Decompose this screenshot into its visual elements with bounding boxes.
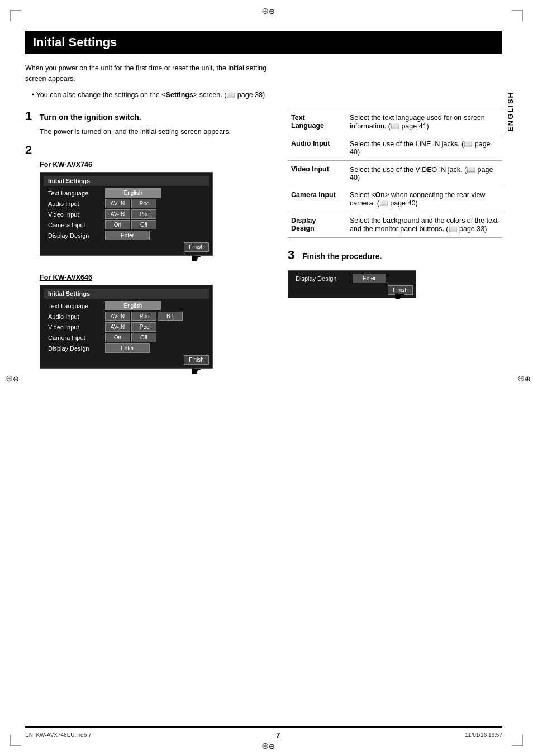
desc-audio: Select the use of the LINE IN jacks. (📖 …	[346, 135, 502, 161]
screen2-btn-enter[interactable]: Enter	[105, 343, 150, 353]
step1-desc: The power is turned on, and the initial …	[40, 127, 252, 137]
step3-title: Finish the procedure.	[302, 252, 382, 261]
screen1-label-display: Display Design	[44, 232, 105, 239]
screen1-btn-off[interactable]: Off	[131, 220, 156, 229]
screen1-label-camera: Camera Input	[44, 222, 105, 228]
screen3-label-display: Display Design	[291, 275, 353, 282]
screen1: Initial Settings Text Language English A…	[40, 172, 213, 256]
bullet-point: You can also change the settings on the …	[32, 90, 289, 101]
footer-right: 11/01/16 16:57	[465, 732, 502, 738]
model2-label: For KW-AVX646	[40, 274, 271, 281]
screen3-wrap: Display Design Enter Finish ☛	[288, 266, 416, 298]
term-audio: Audio Input	[288, 135, 346, 161]
page-number: 7	[276, 731, 280, 739]
term-text-lang: TextLanguage	[288, 109, 346, 135]
step2-header: 2	[25, 143, 271, 157]
screen2-label-video: Video Input	[44, 324, 105, 331]
screen1-btn-on[interactable]: On	[105, 220, 130, 229]
table-row-camera: Camera Input Select <On> when connecting…	[288, 186, 502, 212]
screen2-btn-ipod-video[interactable]: iPod	[131, 322, 156, 332]
screen2-row-display: Display Design Enter	[44, 343, 209, 353]
screen1-row-text-lang: Text Language English	[44, 188, 209, 198]
screen2-btn-on[interactable]: On	[105, 333, 130, 342]
screen2: Initial Settings Text Language English A…	[40, 285, 213, 369]
screen2-row-audio: Audio Input AV-IN iPod BT	[44, 312, 209, 321]
step1-title: Turn on the ignition switch.	[40, 113, 141, 122]
screen1-btn-finish[interactable]: Finish	[184, 242, 209, 252]
screen2-btn-off[interactable]: Off	[131, 333, 156, 342]
screen2-btn-avin-audio[interactable]: AV-IN	[105, 312, 130, 321]
desc-camera: Select <On> when connecting the rear vie…	[346, 186, 502, 212]
right-table: TextLanguage Select the text language us…	[288, 109, 502, 238]
desc-video: Select the use of the VIDEO IN jack. (📖 …	[346, 161, 502, 186]
screen1-finish-row: Finish	[44, 242, 209, 252]
screen3-row-display: Display Design Enter	[291, 274, 413, 283]
step3-number: 3	[288, 248, 297, 262]
screen1-btn-enter[interactable]: Enter	[105, 231, 150, 240]
screen1-btn-ipod-video[interactable]: iPod	[131, 209, 156, 219]
step3-header: 3 Finish the procedure.	[288, 248, 502, 262]
corner-mark-bl	[10, 735, 21, 746]
step2-number: 2	[25, 143, 34, 157]
table-row-text-lang: TextLanguage Select the text language us…	[288, 109, 502, 135]
screen1-label-audio: Audio Input	[44, 200, 105, 207]
term-camera: Camera Input	[288, 186, 346, 212]
screen2-row-camera: Camera Input On Off	[44, 333, 209, 342]
crosshair-left: ⊕	[6, 373, 16, 383]
screen1-row-camera: Camera Input On Off	[44, 220, 209, 229]
screen2-btn-bt-audio[interactable]: BT	[158, 312, 183, 321]
intro-text: When you power on the unit for the first…	[25, 63, 282, 84]
side-language-label: ENGLISH	[504, 78, 516, 145]
model1-label: For KW-AVX746	[40, 161, 271, 169]
bottom-bar: EN_KW-AVX746EU.indb 7 7 11/01/16 16:57	[25, 726, 502, 739]
step3-section: 3 Finish the procedure. Display Design E…	[288, 248, 502, 312]
screen1-label-text-lang: Text Language	[44, 190, 105, 197]
corner-mark-br	[512, 735, 523, 746]
screen2-wrap: Initial Settings Text Language English A…	[25, 285, 213, 373]
screen1-btn-ipod-audio[interactable]: iPod	[131, 199, 156, 208]
table-row-audio: Audio Input Select the use of the LINE I…	[288, 135, 502, 161]
table-row-video: Video Input Select the use of the VIDEO …	[288, 161, 502, 186]
screen2-finish-row: Finish	[44, 355, 209, 365]
screen2-row-text-lang: Text Language English	[44, 301, 209, 310]
step1-number: 1	[25, 109, 34, 123]
screen2-label-camera: Camera Input	[44, 334, 105, 341]
screen2-btn-english[interactable]: English	[105, 301, 161, 310]
screen2-btn-ipod-audio[interactable]: iPod	[131, 312, 156, 321]
screen2-btn-finish[interactable]: Finish	[184, 355, 209, 365]
left-column: 1 Turn on the ignition switch. The power…	[25, 109, 271, 386]
step1-header: 1 Turn on the ignition switch.	[25, 109, 271, 123]
screen1-row-audio: Audio Input AV-IN iPod	[44, 199, 209, 208]
finger-icon-2: ☛	[191, 364, 202, 379]
screen1-row-video: Video Input AV-IN iPod	[44, 209, 209, 219]
finger-icon-3: ☛	[394, 289, 405, 304]
screen1-btn-english[interactable]: English	[105, 188, 161, 198]
footer-left: EN_KW-AVX746EU.indb 7	[25, 732, 92, 738]
desc-text-lang: Select the text language used for on-scr…	[346, 109, 502, 135]
corner-mark-tl	[10, 10, 21, 21]
screen3-btn-enter[interactable]: Enter	[353, 274, 386, 283]
screen2-title: Initial Settings	[44, 289, 209, 299]
main-content: Initial Settings When you power on the u…	[25, 31, 502, 731]
screen2-btn-avin-video[interactable]: AV-IN	[105, 322, 130, 332]
term-video: Video Input	[288, 161, 346, 186]
table-row-display: DisplayDesign Select the background and …	[288, 212, 502, 238]
screen1-btn-avin-video[interactable]: AV-IN	[105, 209, 130, 219]
screen1-label-video: Video Input	[44, 211, 105, 218]
finger-icon-1: ☛	[191, 251, 202, 266]
desc-display: Select the background and the colors of …	[346, 212, 502, 238]
screen2-label-display: Display Design	[44, 345, 105, 352]
screen2-label-text-lang: Text Language	[44, 303, 105, 309]
crosshair-right: ⊕	[517, 373, 527, 383]
crosshair-bottom: ⊕	[261, 740, 272, 750]
corner-mark-tr	[512, 10, 523, 21]
screen1-btn-avin-audio[interactable]: AV-IN	[105, 199, 130, 208]
screen2-row-video: Video Input AV-IN iPod	[44, 322, 209, 332]
term-display: DisplayDesign	[288, 212, 346, 238]
right-column: TextLanguage Select the text language us…	[288, 109, 502, 386]
screen2-label-audio: Audio Input	[44, 313, 105, 320]
screen1-row-display: Display Design Enter	[44, 231, 209, 240]
page-title: Initial Settings	[25, 31, 502, 54]
screen1-title: Initial Settings	[44, 176, 209, 186]
screen1-wrap: Initial Settings Text Language English A…	[25, 172, 213, 260]
